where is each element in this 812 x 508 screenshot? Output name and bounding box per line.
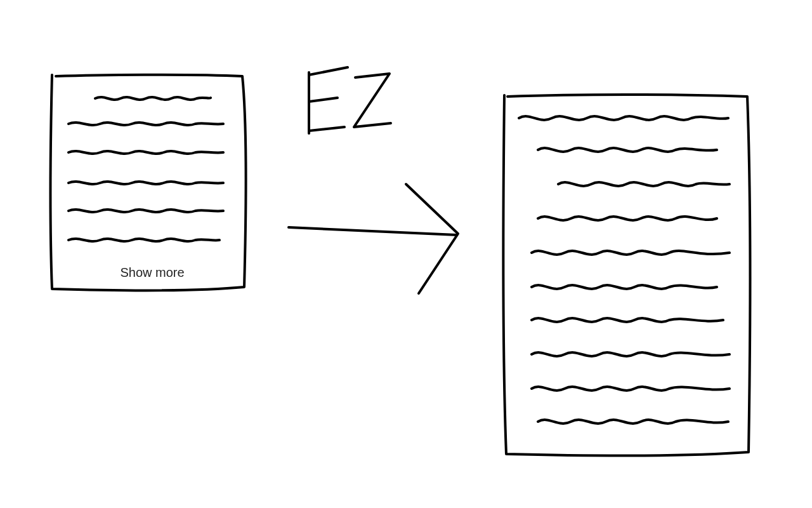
ez-annotation-icon bbox=[0, 0, 812, 508]
collapsed-card bbox=[0, 0, 812, 508]
expanded-card bbox=[0, 0, 812, 508]
svg-line-4 bbox=[289, 227, 457, 235]
arrow-icon bbox=[0, 0, 812, 508]
diagram-canvas: Show more bbox=[0, 0, 812, 508]
svg-line-3 bbox=[309, 127, 344, 131]
svg-line-1 bbox=[309, 67, 348, 75]
show-more-link[interactable]: Show more bbox=[102, 265, 203, 280]
svg-line-2 bbox=[309, 98, 337, 102]
